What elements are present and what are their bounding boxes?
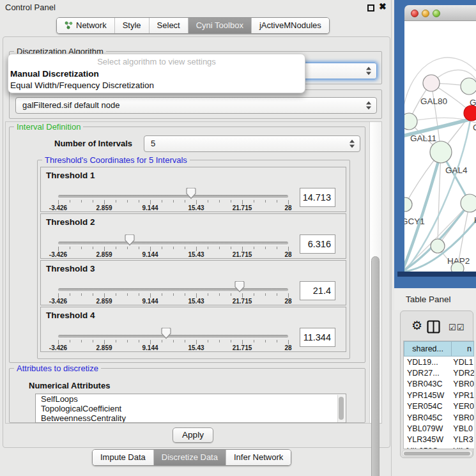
- float-panel-icon[interactable]: [367, 4, 374, 12]
- settings-scrollbar-thumb[interactable]: [371, 256, 380, 476]
- network-node[interactable]: [404, 113, 417, 130]
- slider-tick: [93, 293, 93, 296]
- slider-tick: [58, 340, 59, 344]
- table-row[interactable]: YBR043CYBR0: [404, 379, 474, 390]
- slider-tick: [81, 293, 82, 296]
- tab-network[interactable]: Network: [57, 18, 114, 33]
- threshold-value-field[interactable]: 14.713: [300, 188, 335, 207]
- slider-tick-label: 9.144: [142, 298, 158, 305]
- network-canvas[interactable]: GAL80GACGAL11GAL4GCY1HHAP2: [404, 21, 476, 272]
- network-view-frame: GAL80GACGAL11GAL4GCY1HHAP2: [394, 0, 476, 288]
- num-intervals-combobox[interactable]: 5: [144, 135, 360, 152]
- minimize-window-icon[interactable]: [422, 10, 429, 17]
- table-data-combobox[interactable]: galFiltered.sif default node: [15, 97, 377, 114]
- close-window-icon[interactable]: [411, 10, 418, 17]
- attribute-list-item[interactable]: TopologicalCoefficient: [36, 404, 346, 413]
- network-node[interactable]: [461, 78, 476, 95]
- network-node[interactable]: [404, 197, 412, 211]
- gear-icon[interactable]: ⚙: [411, 319, 422, 332]
- table-panel: ⚙ ☑☑ shared... n YDL19...YDL1YDR27...YDR…: [400, 311, 473, 458]
- slider-tick: [219, 200, 220, 203]
- slider-tick-label: 2.859: [96, 204, 112, 211]
- slider-tick-label: 2.859: [96, 344, 112, 351]
- tab-select[interactable]: Select: [149, 18, 188, 33]
- network-icon: [65, 21, 73, 29]
- table-row[interactable]: YBR045CYBR0: [404, 412, 474, 423]
- attribute-list-item[interactable]: SelfLoops: [36, 394, 346, 404]
- slider-tick: [139, 293, 139, 296]
- threshold-panel: Threshold 3 -3.4262.8599.14415.4321.7152…: [40, 260, 346, 305]
- slider-thumb[interactable]: [161, 327, 171, 339]
- network-node[interactable]: [461, 194, 476, 212]
- threshold-slider-track[interactable]: [58, 242, 288, 245]
- slider-tick: [150, 293, 151, 298]
- table-cell-name: YBR0: [452, 413, 474, 422]
- slider-tick: [173, 247, 174, 249]
- tab-discretize-data[interactable]: Discretize Data: [153, 450, 226, 465]
- attributes-scrollbar-track[interactable]: [337, 395, 345, 423]
- threshold-value-field[interactable]: 11.344: [300, 328, 335, 347]
- algorithm-popup-item[interactable]: Equal Width/Frequency Discretization: [8, 81, 305, 92]
- network-node[interactable]: [431, 239, 445, 253]
- table-row[interactable]: YLR345WYLR3: [404, 434, 474, 445]
- table-data-value: galFiltered.sif default node: [22, 100, 119, 110]
- algorithm-popup-item[interactable]: Manual Discretization: [8, 69, 305, 81]
- slider-tick: [70, 340, 70, 342]
- threshold-value-field[interactable]: 6.316: [300, 234, 335, 254]
- slider-tick-label: 15.43: [188, 344, 204, 351]
- threshold-slider-track[interactable]: [58, 288, 288, 291]
- table-row[interactable]: YDL19...YDL1: [404, 357, 474, 367]
- table-hscrollbar-track[interactable]: [402, 450, 473, 457]
- network-edge[interactable]: [404, 152, 441, 272]
- slider-tick-label: 28: [284, 251, 291, 258]
- table-cell-name: YBR0: [452, 380, 474, 388]
- table-row[interactable]: YER054CYER0: [404, 401, 474, 412]
- slider-tick: [242, 200, 243, 204]
- slider-thumb[interactable]: [125, 234, 135, 246]
- attribute-list-item[interactable]: BetweennessCentrality: [36, 413, 346, 423]
- tab-label: Select: [157, 20, 180, 30]
- threshold-slider-track[interactable]: [58, 195, 288, 198]
- threshold-value-field[interactable]: 21.4: [300, 281, 335, 300]
- table-panel-title: Table Panel: [406, 295, 451, 304]
- column-header-name[interactable]: n: [452, 341, 474, 357]
- checkbox-icons[interactable]: ☑☑: [449, 323, 464, 332]
- top-tab-bar: NetworkStyleSelectCyni ToolboxjActiveMNo…: [56, 17, 330, 34]
- table-hscrollbar-thumb[interactable]: [404, 452, 470, 456]
- settings-scrollbar-track[interactable]: [369, 122, 381, 423]
- node-table-rows: YDL19...YDL1YDR27...YDR2YBR043CYBR0YPR14…: [404, 357, 474, 449]
- table-cell-shared: YDR27...: [404, 369, 452, 378]
- column-layout-icon[interactable]: [427, 320, 440, 336]
- tab-label: Cyni Toolbox: [196, 20, 243, 30]
- table-row[interactable]: YIL052CYIL0: [404, 445, 474, 449]
- slider-tick: [104, 200, 105, 204]
- column-header-shared[interactable]: shared...: [404, 341, 452, 357]
- tab-infer-network[interactable]: Infer Network: [226, 450, 291, 465]
- slider-thumb[interactable]: [234, 280, 245, 293]
- slider-thumb[interactable]: [186, 187, 196, 199]
- tab-impute-data[interactable]: Impute Data: [93, 450, 153, 465]
- network-window-titlebar[interactable]: [404, 5, 476, 21]
- network-node[interactable]: [464, 105, 476, 121]
- close-panel-icon[interactable]: ✖: [379, 1, 387, 12]
- table-cell-shared: YBR043C: [404, 380, 452, 388]
- slider-tick: [58, 247, 59, 251]
- table-row[interactable]: YDR27...YDR2: [404, 367, 474, 378]
- attributes-listbox[interactable]: SelfLoopsTopologicalCoefficientBetweenne…: [35, 394, 346, 423]
- network-node[interactable]: [430, 141, 452, 163]
- table-row[interactable]: YBL079WYBL0: [404, 423, 474, 434]
- attributes-scrollbar-thumb[interactable]: [339, 397, 344, 420]
- apply-button[interactable]: Apply: [173, 427, 213, 443]
- tab-style[interactable]: Style: [114, 18, 149, 33]
- table-row[interactable]: YPR145WYPR1: [404, 390, 474, 401]
- tab-cyni-toolbox[interactable]: Cyni Toolbox: [188, 18, 251, 33]
- slider-tick: [93, 247, 93, 249]
- network-node[interactable]: [451, 262, 464, 272]
- tab-jactivemnodules[interactable]: jActiveMNodules: [251, 18, 329, 33]
- threshold-slider-track[interactable]: [58, 335, 288, 338]
- network-node[interactable]: [423, 75, 440, 91]
- node-table[interactable]: shared... n YDL19...YDL1YDR27...YDR2YBR0…: [403, 341, 474, 449]
- slider-tick-label: 9.144: [142, 204, 158, 211]
- zoom-window-icon[interactable]: [433, 10, 440, 17]
- slider-tick: [116, 340, 116, 342]
